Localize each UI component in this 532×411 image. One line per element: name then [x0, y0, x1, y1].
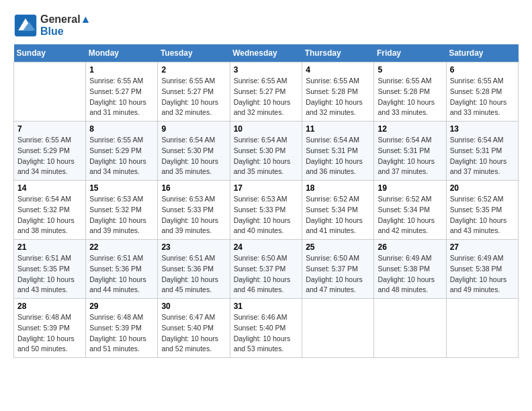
column-header-saturday: Saturday: [446, 44, 518, 62]
week-row-3: 14 Sunrise: 6:54 AMSunset: 5:32 PMDaylig…: [14, 181, 519, 240]
day-number: 21: [17, 242, 82, 252]
calendar-table: SundayMondayTuesdayWednesdayThursdayFrid…: [13, 44, 519, 358]
calendar-cell: 17 Sunrise: 6:53 AMSunset: 5:33 PMDaylig…: [230, 181, 302, 240]
calendar-cell: 24 Sunrise: 6:50 AMSunset: 5:37 PMDaylig…: [230, 240, 302, 299]
calendar-cell: 31 Sunrise: 6:46 AMSunset: 5:40 PMDaylig…: [230, 299, 302, 358]
column-header-wednesday: Wednesday: [230, 44, 302, 62]
day-number: 6: [450, 65, 515, 75]
calendar-cell: 8 Sunrise: 6:55 AMSunset: 5:29 PMDayligh…: [86, 122, 158, 181]
calendar-cell: 7 Sunrise: 6:55 AMSunset: 5:29 PMDayligh…: [14, 122, 86, 181]
day-info: Sunrise: 6:49 AMSunset: 5:38 PMDaylight:…: [378, 253, 442, 295]
day-number: 10: [234, 124, 299, 134]
calendar-cell: 10 Sunrise: 6:54 AMSunset: 5:30 PMDaylig…: [230, 122, 302, 181]
day-info: Sunrise: 6:55 AMSunset: 5:29 PMDaylight:…: [17, 135, 82, 177]
day-number: 3: [234, 65, 299, 75]
calendar-cell: 26 Sunrise: 6:49 AMSunset: 5:38 PMDaylig…: [374, 240, 446, 299]
day-info: Sunrise: 6:55 AMSunset: 5:28 PMDaylight:…: [450, 76, 515, 118]
calendar-cell: 14 Sunrise: 6:54 AMSunset: 5:32 PMDaylig…: [14, 181, 86, 240]
day-info: Sunrise: 6:53 AMSunset: 5:33 PMDaylight:…: [234, 194, 299, 236]
calendar-cell: 12 Sunrise: 6:54 AMSunset: 5:31 PMDaylig…: [374, 122, 446, 181]
calendar-cell: 19 Sunrise: 6:52 AMSunset: 5:34 PMDaylig…: [374, 181, 446, 240]
calendar-cell: 29 Sunrise: 6:48 AMSunset: 5:39 PMDaylig…: [86, 299, 158, 358]
calendar-cell: 3 Sunrise: 6:55 AMSunset: 5:27 PMDayligh…: [230, 62, 302, 122]
day-number: 8: [89, 124, 154, 134]
day-info: Sunrise: 6:51 AMSunset: 5:36 PMDaylight:…: [89, 253, 154, 295]
column-header-sunday: Sunday: [14, 44, 86, 62]
calendar-cell: 4 Sunrise: 6:55 AMSunset: 5:28 PMDayligh…: [302, 62, 374, 122]
week-row-1: 1 Sunrise: 6:55 AMSunset: 5:27 PMDayligh…: [14, 62, 519, 122]
day-info: Sunrise: 6:51 AMSunset: 5:36 PMDaylight:…: [161, 253, 226, 295]
day-number: 30: [161, 302, 226, 311]
day-number: 25: [306, 242, 370, 252]
day-number: 15: [89, 183, 154, 193]
day-number: 14: [17, 183, 82, 193]
calendar-cell: [446, 299, 518, 358]
calendar-cell: 21 Sunrise: 6:51 AMSunset: 5:35 PMDaylig…: [14, 240, 86, 299]
day-number: 24: [234, 242, 299, 252]
day-info: Sunrise: 6:50 AMSunset: 5:37 PMDaylight:…: [234, 253, 299, 295]
day-number: 7: [17, 124, 82, 134]
calendar-cell: 30 Sunrise: 6:47 AMSunset: 5:40 PMDaylig…: [158, 299, 230, 358]
day-info: Sunrise: 6:55 AMSunset: 5:28 PMDaylight:…: [306, 76, 370, 118]
calendar-cell: 16 Sunrise: 6:53 AMSunset: 5:33 PMDaylig…: [158, 181, 230, 240]
day-number: 18: [306, 183, 370, 193]
day-info: Sunrise: 6:51 AMSunset: 5:35 PMDaylight:…: [17, 253, 82, 295]
day-number: 4: [306, 65, 370, 75]
day-info: Sunrise: 6:55 AMSunset: 5:27 PMDaylight:…: [161, 76, 226, 118]
day-number: 27: [450, 242, 515, 252]
column-header-friday: Friday: [374, 44, 446, 62]
day-info: Sunrise: 6:54 AMSunset: 5:31 PMDaylight:…: [450, 135, 515, 177]
day-number: 29: [89, 302, 154, 311]
calendar-cell: 9 Sunrise: 6:54 AMSunset: 5:30 PMDayligh…: [158, 122, 230, 181]
calendar-cell: 20 Sunrise: 6:52 AMSunset: 5:35 PMDaylig…: [446, 181, 518, 240]
day-number: 1: [89, 65, 154, 75]
day-number: 5: [378, 65, 442, 75]
day-info: Sunrise: 6:52 AMSunset: 5:34 PMDaylight:…: [378, 194, 442, 236]
day-info: Sunrise: 6:46 AMSunset: 5:40 PMDaylight:…: [234, 312, 299, 355]
column-header-monday: Monday: [86, 44, 158, 62]
day-number: 2: [161, 65, 226, 75]
week-row-4: 21 Sunrise: 6:51 AMSunset: 5:35 PMDaylig…: [14, 240, 519, 299]
day-info: Sunrise: 6:47 AMSunset: 5:40 PMDaylight:…: [161, 312, 226, 355]
day-number: 9: [161, 124, 226, 134]
column-header-tuesday: Tuesday: [158, 44, 230, 62]
calendar-cell: 23 Sunrise: 6:51 AMSunset: 5:36 PMDaylig…: [158, 240, 230, 299]
day-number: 31: [234, 302, 299, 311]
calendar-cell: 15 Sunrise: 6:53 AMSunset: 5:32 PMDaylig…: [86, 181, 158, 240]
calendar-cell: [14, 62, 86, 122]
day-number: 12: [378, 124, 442, 134]
day-info: Sunrise: 6:55 AMSunset: 5:27 PMDaylight:…: [234, 76, 299, 118]
day-info: Sunrise: 6:54 AMSunset: 5:32 PMDaylight:…: [17, 194, 82, 236]
day-number: 19: [378, 183, 442, 193]
day-info: Sunrise: 6:53 AMSunset: 5:32 PMDaylight:…: [89, 194, 154, 236]
calendar-cell: 2 Sunrise: 6:55 AMSunset: 5:27 PMDayligh…: [158, 62, 230, 122]
calendar-cell: 18 Sunrise: 6:52 AMSunset: 5:34 PMDaylig…: [302, 181, 374, 240]
day-info: Sunrise: 6:54 AMSunset: 5:31 PMDaylight:…: [306, 135, 370, 177]
calendar-cell: [374, 299, 446, 358]
day-info: Sunrise: 6:52 AMSunset: 5:35 PMDaylight:…: [450, 194, 515, 236]
calendar-cell: 11 Sunrise: 6:54 AMSunset: 5:31 PMDaylig…: [302, 122, 374, 181]
day-info: Sunrise: 6:54 AMSunset: 5:31 PMDaylight:…: [378, 135, 442, 177]
logo-icon: [13, 13, 38, 38]
day-number: 28: [17, 302, 82, 311]
week-row-5: 28 Sunrise: 6:48 AMSunset: 5:39 PMDaylig…: [14, 299, 519, 358]
day-info: Sunrise: 6:49 AMSunset: 5:38 PMDaylight:…: [450, 253, 515, 295]
calendar-header-row: SundayMondayTuesdayWednesdayThursdayFrid…: [14, 44, 519, 62]
day-number: 22: [89, 242, 154, 252]
calendar-cell: 6 Sunrise: 6:55 AMSunset: 5:28 PMDayligh…: [446, 62, 518, 122]
calendar-cell: 1 Sunrise: 6:55 AMSunset: 5:27 PMDayligh…: [86, 62, 158, 122]
page-header: General▲ Blue: [13, 13, 519, 38]
calendar-cell: 22 Sunrise: 6:51 AMSunset: 5:36 PMDaylig…: [86, 240, 158, 299]
logo: General▲ Blue: [13, 13, 91, 38]
day-number: 26: [378, 242, 442, 252]
calendar-cell: 25 Sunrise: 6:50 AMSunset: 5:37 PMDaylig…: [302, 240, 374, 299]
day-info: Sunrise: 6:53 AMSunset: 5:33 PMDaylight:…: [161, 194, 226, 236]
day-info: Sunrise: 6:54 AMSunset: 5:30 PMDaylight:…: [234, 135, 299, 177]
day-number: 20: [450, 183, 515, 193]
day-info: Sunrise: 6:52 AMSunset: 5:34 PMDaylight:…: [306, 194, 370, 236]
calendar-cell: 28 Sunrise: 6:48 AMSunset: 5:39 PMDaylig…: [14, 299, 86, 358]
day-number: 23: [161, 242, 226, 252]
calendar-cell: 27 Sunrise: 6:49 AMSunset: 5:38 PMDaylig…: [446, 240, 518, 299]
day-info: Sunrise: 6:55 AMSunset: 5:27 PMDaylight:…: [89, 76, 154, 118]
day-info: Sunrise: 6:48 AMSunset: 5:39 PMDaylight:…: [17, 312, 82, 355]
